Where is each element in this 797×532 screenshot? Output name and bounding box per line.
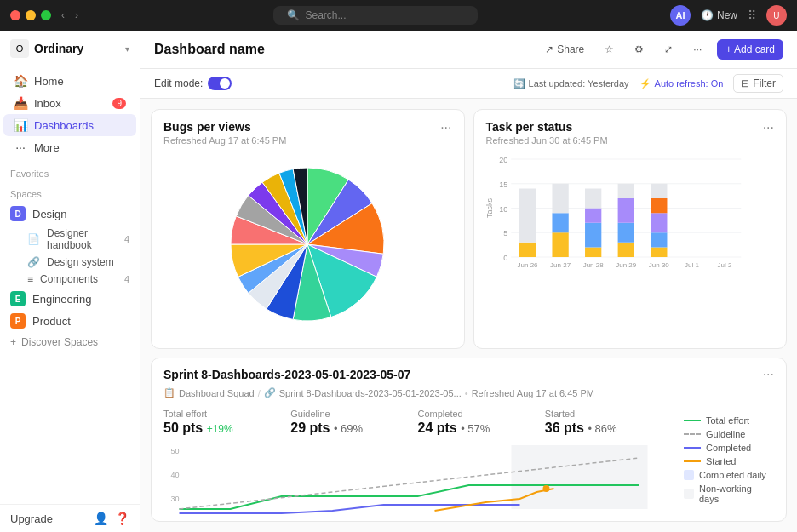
svg-text:Jul 1: Jul 1	[684, 261, 698, 269]
sidebar-item-dashboards[interactable]: 📊 Dashboards	[3, 114, 136, 136]
sprint-breadcrumb-icon2: 🔗	[264, 387, 276, 398]
edit-mode-switch[interactable]	[208, 77, 232, 90]
sprint-metrics: Total effort 50 pts +19% Guideline 29 pt…	[152, 403, 684, 441]
space-item-engineering[interactable]: E Engineering	[0, 288, 140, 310]
legend-line-guideline	[684, 433, 701, 435]
ellipsis-icon: ···	[693, 43, 702, 55]
ai-badge[interactable]: AI	[670, 5, 691, 26]
svg-rect-29	[651, 213, 667, 232]
add-card-button[interactable]: + Add card	[717, 39, 783, 60]
titlebar-left: ‹ ›	[10, 8, 82, 23]
home-icon: 🏠	[14, 74, 27, 88]
task-card-header: Task per status Refreshed Jun 30 at 6:45…	[474, 110, 787, 151]
svg-rect-20	[585, 189, 601, 209]
designer-handbook-label: Designer handbook	[47, 227, 118, 251]
svg-text:50: 50	[171, 447, 180, 455]
nav-arrows: ‹ ›	[58, 8, 82, 23]
task-card: Task per status Refreshed Jun 30 at 6:45…	[473, 109, 788, 349]
svg-rect-13	[552, 232, 568, 257]
svg-text:10: 10	[499, 205, 507, 214]
bar-chart-container: 05101520Jun 26Jun 27Jun 28Jun 29Jun 30Ju…	[474, 151, 787, 331]
auto-refresh-button[interactable]: ⚡ Auto refresh: On	[639, 78, 724, 89]
product-label: Product	[32, 315, 71, 328]
sidebar-item-more[interactable]: ··· More	[3, 136, 136, 158]
engineering-avatar: E	[10, 291, 26, 306]
user-icon[interactable]: 👤	[94, 512, 108, 525]
svg-rect-19	[585, 209, 601, 223]
components-label: Components	[40, 273, 98, 285]
sprint-breadcrumb-3: Refreshed Aug 17 at 6:45 PM	[472, 388, 594, 398]
task-card-title: Task per status	[486, 120, 608, 134]
titlebar: ‹ › 🔍 Search... AI 🕐 New ⠿ U	[0, 0, 797, 31]
space-item-design[interactable]: D Design	[0, 203, 140, 225]
bugs-card-titles: Bugs per views Refreshed Aug 17 at 6:45 …	[163, 120, 286, 146]
content-area: Dashboard name ↗ Share ☆ ⚙ ⤢ ··· +	[140, 31, 797, 532]
cards-grid: Bugs per views Refreshed Aug 17 at 6:45 …	[140, 99, 797, 532]
product-avatar: P	[10, 313, 26, 329]
avatar[interactable]: U	[766, 5, 787, 26]
legend-line-total	[684, 420, 701, 421]
upgrade-button[interactable]: Upgrade	[10, 512, 87, 525]
edit-mode-label: Edit mode:	[154, 77, 203, 89]
space-item-product[interactable]: P Product	[0, 310, 140, 332]
legend-nonworking: Non-working days	[684, 483, 774, 504]
bugs-card-menu[interactable]: ···	[440, 120, 451, 135]
back-button[interactable]: ‹	[58, 8, 68, 23]
grid-icon[interactable]: ⠿	[748, 9, 756, 22]
sprint-line-chart: 504030	[163, 441, 672, 522]
settings-button[interactable]: ⚙	[629, 40, 649, 59]
sprint-title: Sprint 8-Dashboards-2023-05-01-2023-05-0…	[163, 368, 410, 381]
close-traffic-light[interactable]	[10, 10, 20, 20]
sub-item-designer-handbook[interactable]: 📄 Designer handbook 4	[0, 225, 140, 254]
legend-line-completed	[684, 447, 701, 449]
sidebar-item-home[interactable]: 🏠 Home	[3, 70, 136, 92]
metric-total-effort: Total effort 50 pts +19%	[163, 409, 290, 436]
discover-spaces[interactable]: + Discover Spaces	[0, 332, 140, 352]
svg-rect-22	[617, 243, 634, 257]
share-icon: ↗	[545, 43, 553, 55]
share-button[interactable]: ↗ Share	[540, 40, 589, 59]
titlebar-right: AI 🕐 New ⠿ U	[670, 5, 787, 26]
star-button[interactable]: ☆	[599, 40, 619, 59]
dashboard-header: Dashboard name ↗ Share ☆ ⚙ ⤢ ··· +	[140, 31, 797, 69]
forward-button[interactable]: ›	[72, 8, 82, 23]
sub-item-design-system[interactable]: 🔗 Design system	[0, 254, 140, 271]
search-bar[interactable]: 🔍 Search...	[273, 6, 478, 25]
metric-started: Started 36 pts • 86%	[545, 409, 672, 436]
design-avatar: D	[10, 206, 26, 221]
sub-item-components[interactable]: ≡ Components 4	[0, 271, 140, 288]
svg-text:20: 20	[499, 156, 507, 164]
svg-rect-14	[552, 213, 568, 232]
workspace-chevron-icon[interactable]: ▾	[125, 44, 129, 54]
metric-guideline-label: Guideline	[290, 409, 417, 419]
sprint-chart-area: Total effort 50 pts +19% Guideline 29 pt…	[152, 403, 684, 522]
nav-inbox-label: Inbox	[34, 97, 61, 110]
dashboard-toolbar: Edit mode: 🔄 Last updated: Yesterday ⚡ A…	[140, 69, 797, 99]
filter-button[interactable]: ⊟ Filter	[733, 74, 783, 93]
fullscreen-traffic-light[interactable]	[41, 10, 51, 20]
bugs-card: Bugs per views Refreshed Aug 17 at 6:45 …	[151, 109, 465, 349]
task-card-menu[interactable]: ···	[763, 120, 774, 135]
sprint-card-menu[interactable]: ···	[763, 367, 774, 382]
expand-button[interactable]: ⤢	[659, 40, 678, 59]
new-button[interactable]: 🕐 New	[701, 9, 737, 21]
bugs-card-subtitle: Refreshed Aug 17 at 6:45 PM	[163, 135, 286, 146]
sprint-legend: Total effort Guideline Completed	[684, 410, 774, 509]
list-icon: ≡	[27, 273, 33, 285]
sidebar-item-inbox[interactable]: 📥 Inbox 9	[3, 92, 136, 114]
task-card-subtitle: Refreshed Jun 30 at 6:45 PM	[486, 135, 608, 146]
dashboard-actions: ↗ Share ☆ ⚙ ⤢ ··· + Add card	[540, 39, 783, 60]
help-icon[interactable]: ❓	[115, 512, 129, 525]
more-options-button[interactable]: ···	[688, 40, 707, 59]
guideline-pct: • 69%	[334, 422, 363, 435]
line-chart-container: 504030	[152, 441, 684, 522]
legend-completed-daily: Completed daily	[684, 470, 774, 480]
sidebar-footer: Upgrade 👤 ❓	[0, 504, 140, 532]
minimize-traffic-light[interactable]	[26, 10, 36, 20]
inbox-icon: 📥	[14, 96, 27, 110]
pie-chart-container	[163, 151, 452, 338]
svg-rect-10	[519, 243, 535, 257]
svg-rect-30	[651, 198, 667, 213]
svg-text:Jun 26: Jun 26	[517, 261, 538, 269]
legend-swatch-nonworking	[684, 489, 694, 499]
